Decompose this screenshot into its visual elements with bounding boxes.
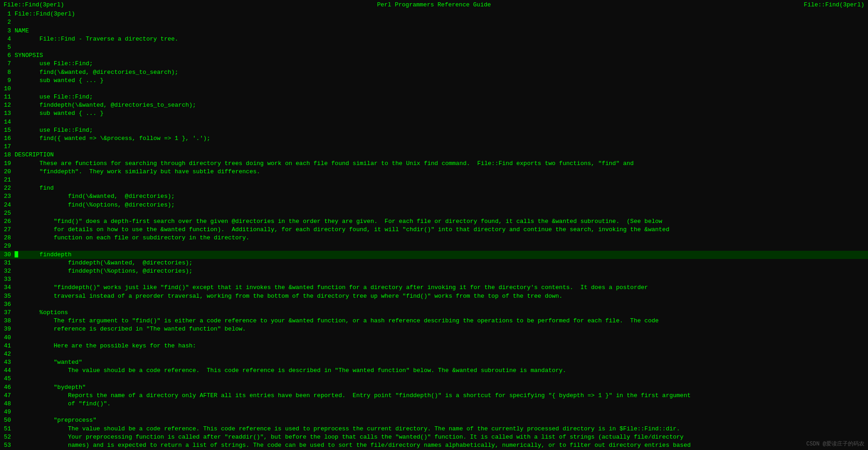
line-number: 4 [0, 35, 15, 43]
line-text: reference is described in "The wanted fu… [15, 325, 868, 333]
line-number: 33 [0, 275, 15, 284]
line-text [15, 209, 868, 217]
line-number: 43 [0, 358, 15, 367]
line-text: "finddepth()" works just like "find()" e… [15, 284, 868, 292]
line-34: 34 "finddepth()" works just like "find()… [0, 284, 868, 292]
line-number: 39 [0, 325, 15, 333]
line-26: 26 "find()" does a depth-first search ov… [0, 217, 868, 226]
line-text: SYNOPSIS [15, 52, 868, 60]
line-text: find [15, 184, 868, 192]
line-50: 50 "preprocess" [0, 416, 868, 424]
line-text [15, 18, 868, 26]
line-number: 30 [0, 251, 15, 259]
line-number: 24 [0, 201, 15, 209]
line-text: File::Find(3perl) [15, 10, 868, 18]
line-49: 49 [0, 408, 868, 416]
line-text [15, 143, 868, 151]
line-number: 12 [0, 101, 15, 109]
line-21: 21 [0, 176, 868, 184]
line-17: 17 [0, 143, 868, 151]
line-text: NAME [15, 27, 868, 35]
line-number: 36 [0, 300, 15, 309]
line-number: 29 [0, 242, 15, 250]
line-text [15, 350, 868, 358]
line-text: █ finddepth [15, 251, 868, 259]
line-text: Your preprocessing function is called af… [15, 433, 868, 441]
line-text: "bydepth" [15, 383, 868, 392]
line-text: traversal instead of a preorder traversa… [15, 292, 868, 300]
line-number: 8 [0, 68, 15, 77]
line-text: names) and is expected to return a list … [15, 441, 868, 450]
line-text: These are functions for searching throug… [15, 160, 868, 168]
line-8: 8 find(\&wanted, @directories_to_search)… [0, 68, 868, 77]
line-23: 23 find(\&wanted, @directories); [0, 192, 868, 201]
line-37: 37 %options [0, 309, 868, 317]
line-text: use File::Find; [15, 126, 868, 134]
line-number: 21 [0, 176, 15, 184]
line-7: 7 use File::Find; [0, 60, 868, 68]
header-left: File::Find(3perl) [4, 1, 64, 9]
line-number: 1 [0, 10, 15, 18]
line-number: 37 [0, 309, 15, 317]
line-number: 13 [0, 109, 15, 118]
line-text: finddepth(\&wanted, @directories_to_sear… [15, 101, 868, 109]
line-3: 3NAME [0, 27, 868, 35]
line-39: 39 reference is described in "The wanted… [0, 325, 868, 333]
line-46: 46 "bydepth" [0, 383, 868, 392]
line-number: 46 [0, 383, 15, 392]
line-number: 49 [0, 408, 15, 416]
line-4: 4 File::Find - Traverse a directory tree… [0, 35, 868, 43]
line-33: 33 [0, 275, 868, 284]
header-bar: File::Find(3perl) Perl Programmers Refer… [0, 0, 868, 10]
line-38: 38 The first argument to "find()" is eit… [0, 317, 868, 325]
line-text: File::Find - Traverse a directory tree. [15, 35, 868, 43]
line-number: 18 [0, 151, 15, 159]
line-18: 18DESCRIPTION [0, 151, 868, 159]
line-35: 35 traversal instead of a preorder trave… [0, 292, 868, 300]
line-28: 28 function on each file or subdirectory… [0, 234, 868, 242]
line-24: 24 find(\%options, @directories); [0, 201, 868, 209]
line-16: 16 find({ wanted => \&process, follow =>… [0, 134, 868, 143]
line-text [15, 300, 868, 309]
line-text: Here are the possible keys for the hash: [15, 342, 868, 350]
line-number: 47 [0, 392, 15, 400]
line-number: 45 [0, 375, 15, 383]
line-number: 2 [0, 18, 15, 26]
line-44: 44 The value should be a code reference.… [0, 367, 868, 375]
line-text: The value should be a code reference. Th… [15, 367, 868, 375]
watermark: CSDN @爱读庄子的码农 [806, 440, 864, 448]
line-number: 3 [0, 27, 15, 35]
line-number: 35 [0, 292, 15, 300]
line-48: 48 of "find()". [0, 400, 868, 408]
line-25: 25 [0, 209, 868, 217]
line-text: finddepth(\&wanted, @directories); [15, 259, 868, 267]
content-area: 1File::Find(3perl)23NAME4 File::Find - T… [0, 10, 868, 450]
line-number: 40 [0, 334, 15, 342]
line-text: sub wanted { ... } [15, 109, 868, 118]
line-40: 40 [0, 334, 868, 342]
line-43: 43 "wanted" [0, 358, 868, 367]
line-36: 36 [0, 300, 868, 309]
line-number: 16 [0, 134, 15, 143]
line-22: 22 find [0, 184, 868, 192]
line-53: 53 names) and is expected to return a li… [0, 441, 868, 450]
line-41: 41 Here are the possible keys for the ha… [0, 342, 868, 350]
line-number: 15 [0, 126, 15, 134]
line-number: 17 [0, 143, 15, 151]
line-text [15, 176, 868, 184]
line-42: 42 [0, 350, 868, 358]
header-center: Perl Programmers Reference Guide [377, 1, 491, 9]
line-12: 12 finddepth(\&wanted, @directories_to_s… [0, 101, 868, 109]
line-2: 2 [0, 18, 868, 26]
line-number: 25 [0, 209, 15, 217]
line-text: DESCRIPTION [15, 151, 868, 159]
line-number: 11 [0, 93, 15, 101]
line-47: 47 Reports the name of a directory only … [0, 392, 868, 400]
line-text [15, 118, 868, 126]
line-29: 29 [0, 242, 868, 250]
line-text: find({ wanted => \&process, follow => 1 … [15, 134, 868, 143]
line-13: 13 sub wanted { ... } [0, 109, 868, 118]
line-text: The first argument to "find()" is either… [15, 317, 868, 325]
line-text: for details on how to use the &wanted fu… [15, 226, 868, 234]
line-19: 19 These are functions for searching thr… [0, 160, 868, 168]
